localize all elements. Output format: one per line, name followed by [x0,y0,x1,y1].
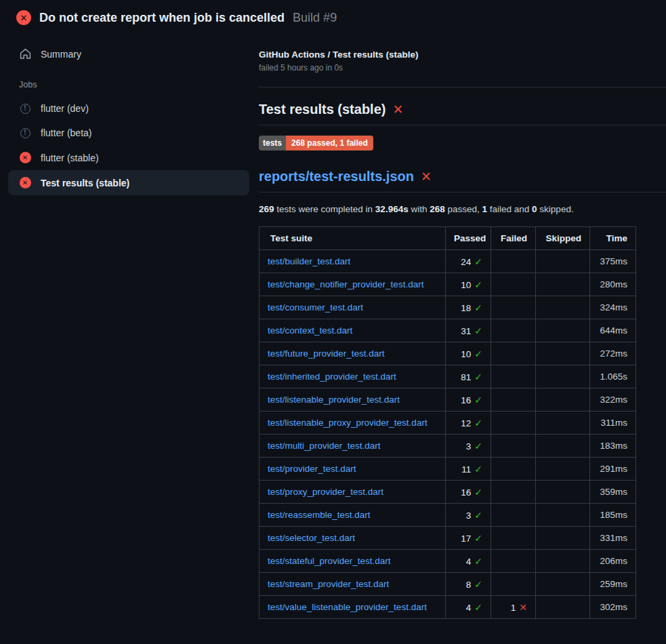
report-title-row: reports/test-results.json ✕ [259,169,666,184]
run-failed-icon: ✕ [16,10,31,25]
failed-cell [491,411,536,435]
suite-link[interactable]: test/inherited_provider_test.dart [268,371,396,382]
suite-link[interactable]: test/selector_test.dart [268,533,355,543]
summary-number: 0 [532,204,537,214]
suite-cell: test/stateful_provider_test.dart [259,550,446,573]
count-value: 24 [461,257,471,267]
passed-cell: 4✓ [446,596,491,619]
time-cell: 272ms [590,342,636,365]
suite-link[interactable]: test/proxy_provider_test.dart [268,487,383,497]
failed-cell [491,365,536,388]
sidebar-item-flutter-stable[interactable]: ✕flutter (stable) [8,145,249,170]
sidebar-jobs-heading: Jobs [8,66,249,96]
suite-cell: test/multi_provider_test.dart [259,435,446,458]
suite-cell: test/value_listenable_provider_test.dart [259,596,446,619]
suite-link[interactable]: test/stream_provider_test.dart [268,579,389,589]
check-icon: ✓ [474,395,482,405]
failed-x-icon: ✕ [421,170,432,183]
passed-cell: 18✓ [446,296,491,319]
summary-text: skipped. [537,204,574,214]
skipped-cell [536,527,590,550]
passed-cell: 16✓ [446,481,491,504]
suite-link[interactable]: test/context_test.dart [268,325,352,336]
sidebar-item-flutter-beta[interactable]: !flutter (beta) [8,121,249,145]
failed-cell [491,527,536,550]
suite-link[interactable]: test/listenable_provider_test.dart [268,395,400,405]
sidebar-item-test-results-stable[interactable]: ✕Test results (stable) [8,170,249,195]
time-cell: 311ms [590,411,636,435]
skipped-cell [536,504,590,527]
time-cell: 259ms [590,573,636,596]
count-value: 3 [466,510,472,521]
table-row: test/multi_provider_test.dart3✓183ms [259,435,636,458]
passed-cell: 31✓ [446,319,491,342]
sidebar-summary-label: Summary [41,49,81,60]
suite-link[interactable]: test/future_provider_test.dart [268,348,385,359]
check-icon: ✓ [474,487,482,498]
skipped-cell [536,342,590,365]
failed-status-icon: ✕ [19,177,31,188]
time-cell: 185ms [590,504,636,527]
neutral-status-icon: ! [19,128,31,138]
main-content: GitHub Actions / Test results (stable) f… [259,32,666,619]
suite-link[interactable]: test/reassemble_test.dart [268,510,371,520]
run-meta: failed 5 hours ago in 0s [259,63,666,73]
count-value: 11 [461,464,471,475]
table-row: test/builder_test.dart24✓375ms [259,250,636,273]
breadcrumb: GitHub Actions / Test results (stable) [259,49,666,60]
time-cell: 322ms [590,388,636,411]
suite-link[interactable]: test/stateful_provider_test.dart [268,556,391,566]
suite-link[interactable]: test/change_notifier_provider_test.dart [268,279,423,289]
time-cell: 206ms [590,550,636,573]
suite-cell: test/future_provider_test.dart [259,342,446,365]
skipped-cell [536,411,590,435]
col-header-test-suite: Test suite [259,227,446,250]
time-cell: 644ms [590,319,636,342]
suite-cell: test/consumer_test.dart [259,296,446,319]
sidebar-item-label: Test results (stable) [41,178,129,188]
suite-cell: test/reassemble_test.dart [259,504,446,527]
time-cell: 375ms [590,250,636,273]
summary-text: failed and [487,204,532,214]
table-row: test/change_notifier_provider_test.dart1… [259,273,636,296]
passed-cell: 16✓ [446,388,491,411]
suite-link[interactable]: test/builder_test.dart [268,256,350,266]
time-cell: 302ms [590,596,636,619]
tests-summary-line: 269 tests were completed in 32.964s with… [259,204,666,214]
table-row: test/listenable_proxy_provider_test.dart… [259,411,636,435]
report-file-link[interactable]: reports/test-results.json [259,169,414,184]
check-icon: ✓ [474,602,482,613]
suite-link[interactable]: test/provider_test.dart [268,464,356,474]
test-results-table: Test suitePassedFailedSkippedTime test/b… [259,226,636,619]
check-icon: ✓ [474,533,482,544]
check-icon: ✓ [474,256,482,267]
time-cell: 183ms [590,435,636,458]
suite-link[interactable]: test/multi_provider_test.dart [268,441,381,451]
table-row: test/value_listenable_provider_test.dart… [259,596,636,619]
run-build-number: Build #9 [293,11,337,25]
suite-link[interactable]: test/consumer_test.dart [268,302,363,313]
table-row: test/stream_provider_test.dart8✓259ms [259,573,636,596]
col-header-passed: Passed [446,227,491,250]
suite-link[interactable]: test/value_listenable_provider_test.dart [268,602,427,612]
check-icon: ✓ [474,418,482,428]
table-header-row: Test suitePassedFailedSkippedTime [259,227,636,250]
suite-cell: test/stream_provider_test.dart [259,573,446,596]
skipped-cell [536,573,590,596]
sidebar-item-summary[interactable]: Summary [8,41,249,66]
count-value: 8 [466,580,472,590]
passed-cell: 3✓ [446,435,491,458]
passed-cell: 17✓ [446,527,491,550]
suite-link[interactable]: test/listenable_proxy_provider_test.dart [268,418,428,428]
table-row: test/inherited_provider_test.dart81✓1.06… [259,365,636,388]
failed-cell [491,250,536,273]
check-icon: ✓ [474,556,482,567]
count-value: 4 [466,557,472,567]
passed-cell: 10✓ [446,273,491,296]
sidebar-item-flutter-dev[interactable]: !flutter (dev) [8,96,249,121]
suite-cell: test/change_notifier_provider_test.dart [259,273,446,296]
check-icon: ✓ [474,279,482,290]
count-value: 1 [511,603,516,613]
run-title: Do not create report when job is cancell… [39,11,285,25]
passed-cell: 81✓ [446,365,491,388]
